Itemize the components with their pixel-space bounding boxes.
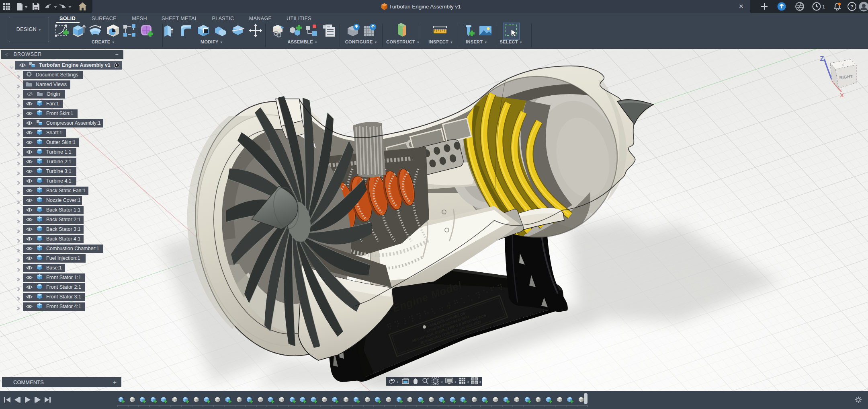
svg-text:?: ? <box>850 4 854 10</box>
svg-text:1: 1 <box>822 4 825 10</box>
svg-text:Z: Z <box>820 55 824 63</box>
svg-text:X: X <box>840 92 844 99</box>
